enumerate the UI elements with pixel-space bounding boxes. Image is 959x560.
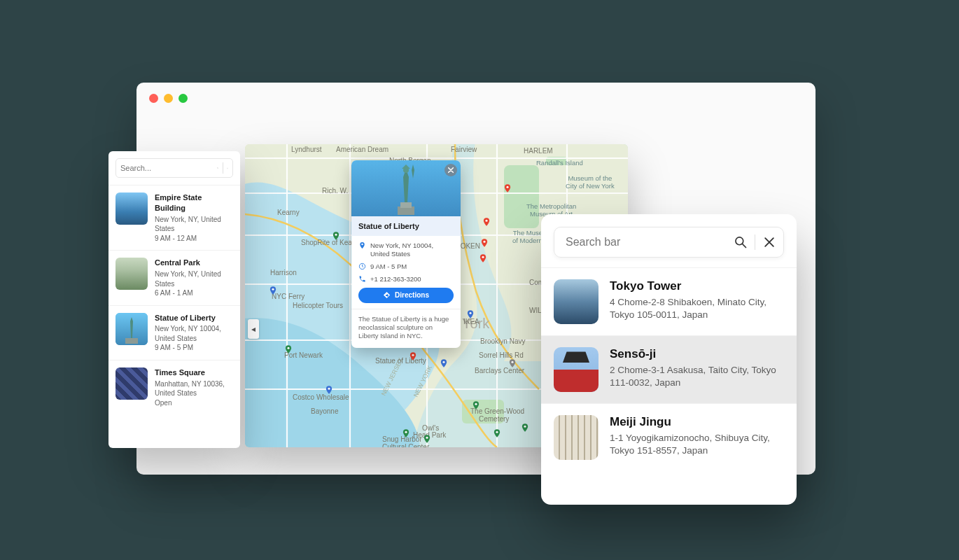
places-sidebar: Empire State BuildingNew York, NY, Unite… xyxy=(108,151,240,448)
sidebar-list: Empire State BuildingNew York, NY, Unite… xyxy=(108,185,240,414)
map-pin-icon[interactable] xyxy=(331,231,341,241)
result-address: 1-1 Yoyogikamizonocho, Shibuya City, Tok… xyxy=(610,432,784,457)
popup-hours: 9 AM - 5 PM xyxy=(370,262,407,271)
place-address: Manhattan, NY 10036, United States xyxy=(155,379,233,398)
map-pin-icon[interactable] xyxy=(492,428,502,438)
svg-point-11 xyxy=(287,347,289,349)
place-title: Times Square xyxy=(155,368,233,378)
sidebar-search[interactable] xyxy=(115,158,233,178)
svg-point-8 xyxy=(483,241,485,243)
place-title: Empire State Building xyxy=(155,192,233,214)
map-pin-icon[interactable] xyxy=(324,385,334,395)
map-pin-icon[interactable] xyxy=(503,183,512,193)
svg-point-27 xyxy=(217,167,218,168)
place-thumbnail xyxy=(115,258,148,290)
window-close-icon[interactable] xyxy=(149,94,158,103)
popup-phone: +1 212-363-3200 xyxy=(370,275,421,284)
map-pin-icon[interactable] xyxy=(507,358,517,368)
map-pin-icon[interactable] xyxy=(520,423,530,433)
map-pin-icon[interactable] xyxy=(482,217,491,227)
search-results-card: Tokyo Tower4 Chome-2-8 Shibakoen, Minato… xyxy=(541,214,797,505)
directions-button[interactable]: Directions xyxy=(358,288,454,303)
place-thumbnail xyxy=(115,368,148,400)
place-thumbnail xyxy=(115,313,148,345)
search-icon xyxy=(217,163,218,173)
result-thumbnail xyxy=(554,347,598,392)
svg-point-10 xyxy=(506,186,508,188)
svg-rect-1 xyxy=(504,165,539,228)
window-minimize-icon[interactable] xyxy=(164,94,173,103)
sidebar-item[interactable]: Statue of LibertyNew York, NY 10004, Uni… xyxy=(108,305,240,360)
close-icon xyxy=(447,167,454,174)
place-popup: Statue of Liberty New York, NY 10004, Un… xyxy=(351,160,461,348)
place-thumbnail xyxy=(115,192,148,225)
window-titlebar xyxy=(136,83,816,113)
svg-rect-24 xyxy=(400,202,412,208)
map-pin-icon[interactable] xyxy=(471,400,481,410)
sidebar-search-input[interactable] xyxy=(120,164,217,172)
statue-of-liberty-icon xyxy=(392,163,420,216)
map-pin-icon[interactable] xyxy=(422,434,432,444)
svg-point-12 xyxy=(335,234,337,236)
result-address: 2 Chome-3-1 Asakusa, Taito City, Tokyo 1… xyxy=(610,364,784,389)
popup-address: New York, NY 10004, United States xyxy=(370,241,454,258)
result-thumbnail xyxy=(554,415,598,460)
popup-address-row: New York, NY 10004, United States xyxy=(358,241,454,258)
svg-point-7 xyxy=(485,220,487,222)
svg-point-21 xyxy=(496,431,498,433)
large-search-input[interactable] xyxy=(561,236,734,248)
svg-point-22 xyxy=(524,426,526,428)
map-pin-icon[interactable] xyxy=(401,428,411,438)
svg-point-17 xyxy=(511,361,513,363)
map-pin-icon[interactable] xyxy=(479,238,489,248)
clear-icon[interactable] xyxy=(762,235,776,249)
large-search[interactable] xyxy=(554,227,784,258)
result-item[interactable]: Sensō-ji2 Chome-3-1 Asakusa, Taito City,… xyxy=(541,335,797,403)
sidebar-item[interactable]: Times SquareManhattan, NY 10036, United … xyxy=(108,360,240,414)
map-pin-icon[interactable] xyxy=(408,351,418,361)
popup-close-button[interactable] xyxy=(444,164,457,176)
chevron-left-icon: ◂ xyxy=(251,324,255,334)
result-thumbnail xyxy=(554,279,598,324)
svg-point-13 xyxy=(328,388,330,390)
search-icon xyxy=(734,235,748,249)
place-meta: 9 AM - 5 PM xyxy=(155,343,233,353)
place-address: New York, NY 10004, United States xyxy=(155,324,233,343)
map-pin-icon[interactable] xyxy=(439,358,449,368)
svg-point-15 xyxy=(442,361,444,363)
result-address: 4 Chome-2-8 Shibakoen, Minato City, Toky… xyxy=(610,296,784,321)
sidebar-item[interactable]: Empire State BuildingNew York, NY, Unite… xyxy=(108,185,240,250)
sidebar-item[interactable]: Central ParkNew York, NY, United States6… xyxy=(108,250,240,304)
clear-icon[interactable] xyxy=(227,164,228,173)
svg-point-6 xyxy=(412,354,414,356)
map-pin-icon[interactable] xyxy=(284,344,293,354)
phone-icon xyxy=(358,275,366,283)
map-pin-icon[interactable] xyxy=(465,309,475,319)
place-meta: Open xyxy=(155,398,233,408)
place-address: New York, NY, United States xyxy=(155,270,233,288)
svg-point-18 xyxy=(405,431,407,433)
popup-hero-image xyxy=(351,160,461,216)
svg-point-19 xyxy=(426,437,428,439)
result-item[interactable]: Meiji Jingu1-1 Yoyogikamizonocho, Shibuy… xyxy=(541,403,797,471)
svg-point-14 xyxy=(272,288,274,290)
clock-icon xyxy=(358,262,366,270)
svg-rect-29 xyxy=(125,338,138,344)
directions-icon xyxy=(383,291,391,299)
map-collapse-toggle[interactable]: ◂ xyxy=(248,319,259,339)
popup-hours-row: 9 AM - 5 PM xyxy=(358,262,454,271)
place-address: New York, NY, United States xyxy=(155,215,233,234)
map-pin-icon[interactable] xyxy=(478,253,488,263)
place-title: Statue of Liberty xyxy=(155,313,233,323)
results-list: Tokyo Tower4 Chome-2-8 Shibakoen, Minato… xyxy=(541,267,797,471)
place-title: Central Park xyxy=(155,258,233,268)
location-pin-icon xyxy=(358,241,366,249)
result-item[interactable]: Tokyo Tower4 Chome-2-8 Shibakoen, Minato… xyxy=(541,267,797,335)
svg-point-16 xyxy=(469,312,471,314)
svg-point-9 xyxy=(482,256,484,258)
map-pin-icon[interactable] xyxy=(268,286,278,295)
svg-point-20 xyxy=(475,403,477,405)
result-title: Sensō-ji xyxy=(610,347,784,361)
window-maximize-icon[interactable] xyxy=(178,94,188,103)
popup-description: The Statue of Liberty is a huge neoclass… xyxy=(351,309,461,348)
